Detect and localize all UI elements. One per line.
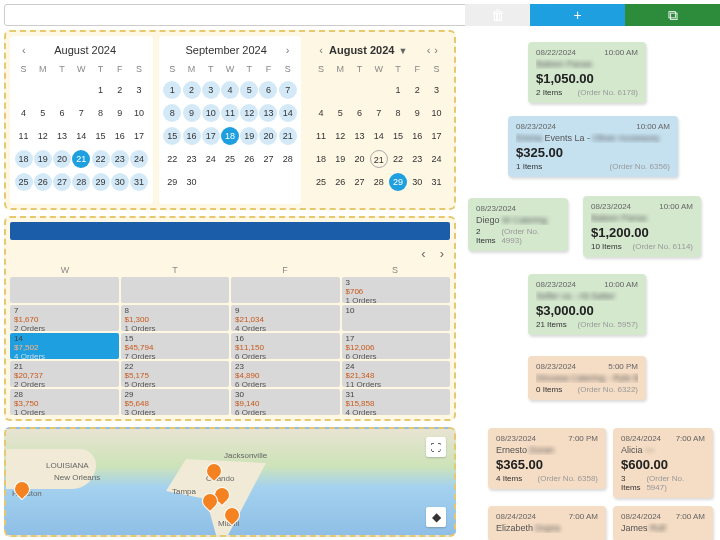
cal-day[interactable]: 23 [408, 150, 426, 168]
map-pin-icon[interactable] [206, 463, 222, 483]
cal-day[interactable]: 8 [163, 104, 181, 122]
cal-day[interactable]: 24 [427, 150, 445, 168]
sched-cell[interactable] [231, 277, 340, 303]
cal-day[interactable]: 27 [350, 173, 368, 191]
order-card[interactable]: 08/22/202410:00 AMBaleen Panas$1,050.002… [528, 42, 646, 103]
cal-day[interactable]: 5 [331, 104, 349, 122]
cal-day[interactable]: 21 [370, 150, 388, 168]
cal-day[interactable]: 9 [408, 104, 426, 122]
cal-day[interactable]: 16 [111, 127, 129, 145]
cal-day[interactable]: 12 [331, 127, 349, 145]
cal-day[interactable]: 1 [163, 81, 181, 99]
cal-day[interactable]: 29 [163, 173, 181, 191]
cal-day[interactable]: 24 [202, 150, 220, 168]
cal-day[interactable]: 28 [279, 150, 297, 168]
order-card[interactable]: 08/23/2024Diego W Catering2 Items(Order … [468, 198, 568, 251]
cal-day[interactable]: 4 [15, 104, 33, 122]
map-pin-icon[interactable] [202, 493, 218, 513]
cal-day[interactable]: 28 [370, 173, 388, 191]
cal-day[interactable]: 13 [350, 127, 368, 145]
cal-day[interactable]: 6 [53, 104, 71, 122]
cal-day[interactable]: 6 [350, 104, 368, 122]
cal-day[interactable]: 4 [221, 81, 239, 99]
cal-day[interactable] [259, 173, 277, 191]
streetview-icon[interactable]: ◆ [426, 507, 446, 527]
cal-day[interactable]: 15 [92, 127, 110, 145]
cal-day[interactable]: 18 [312, 150, 330, 168]
sched-cell[interactable]: 10 [342, 305, 451, 331]
cal-day[interactable]: 9 [183, 104, 201, 122]
cal-prev-icon[interactable]: ‹ [425, 44, 433, 56]
cal-day[interactable]: 2 [183, 81, 201, 99]
cal-day[interactable] [350, 81, 368, 99]
order-card[interactable]: 08/24/20247:00 AMElizabeth Dopra [488, 506, 606, 540]
cal-day[interactable]: 12 [240, 104, 258, 122]
cal-day[interactable]: 26 [34, 173, 52, 191]
cal-day[interactable]: 14 [370, 127, 388, 145]
sched-cell[interactable]: 28$3,7501 Orders [10, 389, 119, 415]
cal-day[interactable]: 1 [92, 81, 110, 99]
cal-day[interactable]: 28 [72, 173, 90, 191]
cal-day[interactable]: 20 [53, 150, 71, 168]
cal-next-icon[interactable]: › [432, 44, 440, 56]
cal-day[interactable]: 30 [183, 173, 201, 191]
cal-day[interactable]: 7 [72, 104, 90, 122]
cal-day[interactable]: 9 [111, 104, 129, 122]
cal-day[interactable]: 20 [350, 150, 368, 168]
sched-cell[interactable]: 15$45,7947 Orders [121, 333, 230, 359]
sched-cell[interactable]: 17$12,0066 Orders [342, 333, 451, 359]
sched-cell[interactable]: 21$20,7372 Orders [10, 361, 119, 387]
map-pin-icon[interactable] [224, 507, 240, 527]
cal-day[interactable]: 27 [259, 150, 277, 168]
schedule-next-icon[interactable]: › [440, 246, 444, 261]
cal-day[interactable]: 2 [111, 81, 129, 99]
order-card[interactable]: 08/24/20247:00 AMAlicia —$600.003 Items(… [613, 428, 713, 498]
cal-day[interactable]: 18 [15, 150, 33, 168]
cal-day[interactable]: 8 [92, 104, 110, 122]
copy-button[interactable]: ⧉ [625, 4, 720, 26]
cal-day[interactable]: 4 [312, 104, 330, 122]
cal-day[interactable] [72, 81, 90, 99]
sched-cell[interactable]: 9$21,0344 Orders [231, 305, 340, 331]
cal-day[interactable]: 2 [408, 81, 426, 99]
sched-cell[interactable]: 3$7061 Orders [342, 277, 451, 303]
cal-day[interactable]: 12 [34, 127, 52, 145]
cal-day[interactable]: 30 [408, 173, 426, 191]
cal-prev-icon[interactable]: ‹ [20, 44, 28, 56]
sched-cell[interactable]: 8$1,3001 Orders [121, 305, 230, 331]
cal-day[interactable]: 22 [389, 150, 407, 168]
cal-day[interactable]: 25 [221, 150, 239, 168]
cal-day[interactable]: 7 [370, 104, 388, 122]
cal-day[interactable]: 8 [389, 104, 407, 122]
cal-day[interactable]: 16 [408, 127, 426, 145]
cal-day[interactable]: 22 [163, 150, 181, 168]
order-card[interactable]: 08/23/20247:00 PMErnesto Doran$365.004 I… [488, 428, 606, 489]
cal-day[interactable]: 5 [240, 81, 258, 99]
cal-day[interactable] [240, 173, 258, 191]
cal-day[interactable]: 6 [259, 81, 277, 99]
cal-day[interactable]: 11 [15, 127, 33, 145]
map-pin-icon[interactable] [14, 481, 30, 501]
cal-day[interactable] [221, 173, 239, 191]
sched-cell[interactable] [10, 277, 119, 303]
cal-day[interactable]: 3 [130, 81, 148, 99]
cal-day[interactable]: 25 [15, 173, 33, 191]
cal-day[interactable] [331, 81, 349, 99]
cal-day[interactable]: 17 [202, 127, 220, 145]
cal-day[interactable] [279, 173, 297, 191]
cal-day[interactable] [34, 81, 52, 99]
cal-day[interactable]: 3 [427, 81, 445, 99]
fullscreen-icon[interactable]: ⛶ [426, 437, 446, 457]
cal-day[interactable] [370, 81, 388, 99]
cal-day[interactable]: 27 [53, 173, 71, 191]
cal-day[interactable]: 19 [34, 150, 52, 168]
delete-button[interactable]: 🗑 [465, 4, 530, 26]
cal-day[interactable]: 14 [72, 127, 90, 145]
cal-day[interactable]: 11 [221, 104, 239, 122]
cal-day[interactable]: 21 [279, 127, 297, 145]
cal-day[interactable]: 26 [331, 173, 349, 191]
cal-day[interactable]: 24 [130, 150, 148, 168]
cal-day[interactable]: 5 [34, 104, 52, 122]
cal-day[interactable]: 17 [130, 127, 148, 145]
cal-day[interactable]: 16 [183, 127, 201, 145]
